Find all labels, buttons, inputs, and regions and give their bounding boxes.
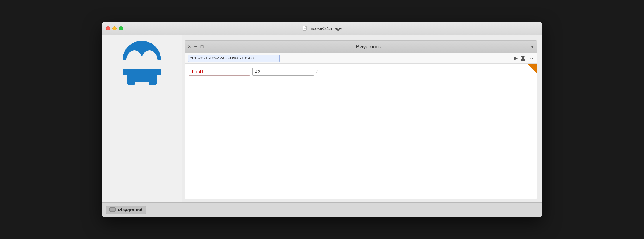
expression-result[interactable]	[252, 68, 314, 76]
window-title: moose-5.1.image	[310, 26, 342, 31]
info-label: i	[316, 69, 317, 74]
svg-rect-14	[521, 60, 525, 61]
expression-row: i	[189, 68, 533, 76]
svg-rect-10	[127, 69, 135, 85]
playground-controls: × − □	[188, 44, 203, 49]
mac-window: moose-5.1.image	[102, 22, 542, 217]
svg-rect-17	[111, 211, 114, 212]
main-content: × − □ Playground ▾ ▶	[102, 35, 542, 202]
title-bar-title: moose-5.1.image	[302, 26, 342, 31]
timestamp-input[interactable]	[188, 55, 280, 62]
playground-menu-button[interactable]: ▾	[531, 43, 534, 50]
file-icon	[302, 26, 308, 31]
taskbar-playground-item[interactable]: Playground	[106, 206, 146, 214]
run-button[interactable]: ▶	[514, 55, 518, 61]
toolbar-row: ▶ ···	[185, 53, 537, 64]
close-button[interactable]	[106, 26, 110, 30]
svg-rect-13	[521, 56, 525, 56]
timer-icon	[521, 56, 525, 61]
svg-rect-18	[111, 212, 114, 212]
playground-window: × − □ Playground ▾ ▶	[185, 40, 537, 199]
taskbar-playground-icon	[109, 207, 116, 213]
taskbar-label: Playground	[118, 207, 143, 212]
taskbar: Playground	[102, 202, 542, 217]
minimize-button[interactable]	[112, 26, 117, 30]
more-options-button[interactable]: ···	[528, 55, 534, 61]
moose-logo	[119, 41, 165, 88]
pg-close-button[interactable]: ×	[188, 44, 191, 49]
playground-titlebar: × − □ Playground ▾	[185, 41, 537, 53]
svg-rect-16	[110, 208, 115, 211]
profile-button[interactable]	[521, 56, 525, 61]
pg-minimize-button[interactable]: −	[194, 44, 197, 49]
corner-triangle	[527, 64, 537, 73]
traffic-lights	[106, 26, 123, 30]
playground-body: i	[185, 64, 537, 199]
maximize-button[interactable]	[119, 26, 123, 30]
svg-rect-11	[149, 69, 157, 85]
toolbar-actions: ▶ ···	[514, 55, 534, 61]
svg-rect-12	[135, 69, 149, 82]
playground-title: Playground	[206, 44, 531, 50]
sidebar	[102, 35, 182, 202]
pg-maximize-button[interactable]: □	[201, 44, 204, 49]
expression-input[interactable]	[189, 68, 250, 76]
title-bar: moose-5.1.image	[102, 22, 542, 35]
content-area: × − □ Playground ▾ ▶	[182, 35, 542, 202]
